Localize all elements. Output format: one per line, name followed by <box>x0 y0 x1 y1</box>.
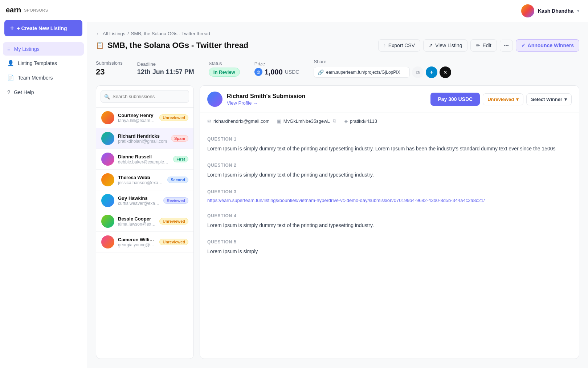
header-actions: ↑ Export CSV ↗ View Listing ✏ Edit ••• <box>378 39 579 52</box>
telegram-share-button[interactable]: ✈ <box>426 66 437 78</box>
chevron-down-icon: ▾ <box>577 8 579 13</box>
select-winner-button[interactable]: Select Winner ▾ <box>526 93 572 105</box>
submission-name: Courtney Henry <box>118 113 156 118</box>
two-column-layout: 🔍 Courtney Henry tanya.hill@example.com … <box>96 85 579 359</box>
question-label: QUESTION 4 <box>207 213 572 218</box>
prize-label: Prize <box>254 61 299 66</box>
user-info[interactable]: Kash Dhandha ▾ <box>521 4 579 17</box>
pay-button[interactable]: Pay 300 USDC <box>430 93 480 106</box>
submission-avatar <box>101 153 114 166</box>
edit-button[interactable]: ✏ Edit <box>470 39 497 52</box>
sidebar-nav: ≡ My Listings 👤 Listing Templates 📄 Team… <box>0 42 87 99</box>
detail-panel: Richard Smith's Submission View Profile … <box>200 85 579 359</box>
sidebar-item-label: My Listings <box>14 46 40 52</box>
question-label: QUESTION 5 <box>207 239 572 244</box>
submission-item[interactable]: Theresa Webb jessica.hanson@example.com … <box>96 170 193 190</box>
submission-info: Courtney Henry tanya.hill@example.com <box>118 113 156 123</box>
status-dropdown[interactable]: Unreviewed ▾ <box>483 93 523 105</box>
question-block: QUESTION 3 https://earn.superteam.fun/li… <box>207 189 572 203</box>
submission-avatar <box>101 132 114 145</box>
question-block: QUESTION 2 Lorem Ipsum is simply dummy t… <box>207 163 572 179</box>
submissions-stat: Submissions 23 <box>96 60 123 77</box>
submission-badge: First <box>173 156 188 162</box>
search-wrapper: 🔍 <box>101 90 189 103</box>
discord-value: pratikd#4113 <box>350 118 377 124</box>
x-share-button[interactable]: ✕ <box>440 66 451 78</box>
submission-name: Cameron Williamson <box>118 237 156 242</box>
more-options-button[interactable]: ••• <box>500 40 513 52</box>
export-csv-button[interactable]: ↑ Export CSV <box>378 39 420 52</box>
doc-icon: 📄 <box>7 74 14 81</box>
person-icon: 👤 <box>7 60 14 66</box>
submission-item[interactable]: Cameron Williamson georgia.young@example… <box>96 232 193 252</box>
submission-item[interactable]: Richard Hendricks pratikdholani@gmail.co… <box>96 128 193 149</box>
submitter-name: Richard Smith's Submission <box>227 93 305 100</box>
submissions-label: Submissions <box>96 60 123 66</box>
check-icon: ✓ <box>521 43 526 48</box>
sidebar-item-label: Listing Templates <box>18 60 57 66</box>
view-profile-link[interactable]: View Profile → <box>227 100 305 106</box>
submission-info: Richard Hendricks pratikdholani@gmail.co… <box>118 133 167 144</box>
email-value: richardhendrix@gmail.com <box>213 118 270 124</box>
deadline-label: Deadline <box>137 61 194 67</box>
submission-item[interactable]: Bessie Cooper alma.lawson@example.com Un… <box>96 211 193 232</box>
question-answer: Lorem Ipsum is simply dummy text of the … <box>207 221 572 229</box>
breadcrumb-current: SMB, the Solana OGs - Twitter thread <box>131 31 210 36</box>
submission-name: Richard Hendricks <box>118 133 167 139</box>
submission-badge: Spam <box>171 135 188 142</box>
usdc-icon: ◎ <box>254 68 262 76</box>
export-icon: ↑ <box>384 43 386 48</box>
submission-item[interactable]: Dianne Russell debbie.baker@example.com … <box>96 149 193 170</box>
detail-actions: Pay 300 USDC Unreviewed ▾ Select Winner … <box>430 93 572 106</box>
sidebar-item-get-help[interactable]: ? Get Help <box>3 85 84 99</box>
export-csv-label: Export CSV <box>388 43 415 48</box>
stats-row: Submissions 23 Deadline 12th Jun 11:57 P… <box>96 59 579 78</box>
submission-avatar <box>101 111 114 124</box>
submission-badge: Unreviewed <box>159 218 188 225</box>
submissions-value: 23 <box>96 67 123 77</box>
page-title-row: 📋 SMB, the Solana OGs - Twitter thread <box>96 41 248 50</box>
submission-name: Dianne Russell <box>118 154 170 159</box>
submission-badge: Second <box>167 177 188 183</box>
copy-wallet-button[interactable]: ⧉ <box>332 117 337 125</box>
listing-icon: 📋 <box>96 41 104 49</box>
submission-item[interactable]: Courtney Henry tanya.hill@example.com Un… <box>96 108 193 128</box>
create-btn-label: + Create New Listing <box>17 25 67 31</box>
submission-avatar <box>101 235 114 248</box>
announce-winners-button[interactable]: ✓ Announce Winners <box>516 39 579 52</box>
submission-name: Bessie Cooper <box>118 216 156 222</box>
prize-currency: USDC <box>285 69 299 75</box>
copy-button[interactable]: ⧉ <box>412 66 424 78</box>
logo-area: earn SPONSORS <box>0 6 87 20</box>
sidebar-item-team-members[interactable]: 📄 Team Members <box>3 71 84 85</box>
external-link-icon: ↗ <box>429 43 433 48</box>
view-listing-button[interactable]: ↗ View Listing <box>423 39 467 52</box>
submission-item[interactable]: Guy Hawkins curtis.weaver@example.com Re… <box>96 190 193 211</box>
breadcrumb: ← All Listings / SMB, the Solana OGs - T… <box>96 31 579 36</box>
submission-avatar <box>101 215 114 228</box>
search-box: 🔍 <box>96 86 193 108</box>
prize-row: ◎ 1,000 USDC <box>254 68 299 76</box>
back-arrow-icon: ← <box>96 31 101 36</box>
view-listing-label: View Listing <box>435 43 462 48</box>
question-answer: Lorem Ipsum is simply dummy text of the … <box>207 145 572 153</box>
list-icon: ≡ <box>7 46 11 52</box>
announce-winners-label: Announce Winners <box>528 43 574 48</box>
search-icon: 🔍 <box>104 94 110 99</box>
help-icon: ? <box>7 89 10 95</box>
question-label: QUESTION 2 <box>207 163 572 168</box>
search-input[interactable] <box>101 90 189 103</box>
breadcrumb-all-listings[interactable]: All Listings <box>103 31 125 36</box>
deadline-value: 12th Jun 11:57 PM <box>137 68 194 76</box>
sidebar-item-listing-templates[interactable]: 👤 Listing Templates <box>3 56 84 70</box>
select-winner-label: Select Winner <box>531 97 562 102</box>
chevron-down-icon: ▾ <box>564 97 567 102</box>
sidebar-item-my-listings[interactable]: ≡ My Listings <box>3 42 84 56</box>
submission-info: Dianne Russell debbie.baker@example.com <box>118 154 170 165</box>
discord-icon: ◈ <box>344 118 348 124</box>
submission-email: pratikdholani@gmail.com <box>118 139 167 144</box>
share-section: Share 🔗 earn.superteam.fun/projects/GjLo… <box>314 59 451 78</box>
question-link[interactable]: https://earn.superteam.fun/listings/boun… <box>207 198 485 203</box>
page-header: 📋 SMB, the Solana OGs - Twitter thread ↑… <box>96 39 579 52</box>
create-new-listing-button[interactable]: + + Create New Listing <box>4 20 82 36</box>
